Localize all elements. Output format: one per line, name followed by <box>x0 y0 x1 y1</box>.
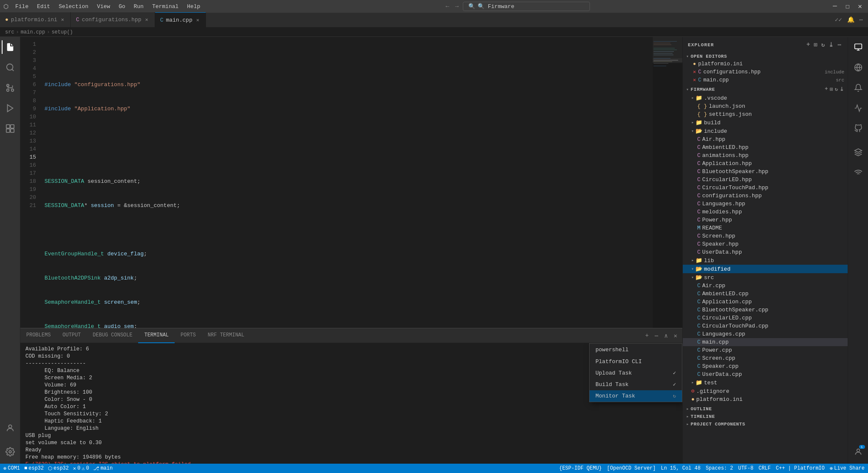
nav-back-button[interactable]: ← <box>444 2 451 11</box>
breadcrumb-src[interactable]: src <box>5 29 14 35</box>
panel-tab-ports[interactable]: PORTS <box>175 328 202 343</box>
tree-main-cpp[interactable]: C main.cpp <box>683 338 848 346</box>
panel-close-btn[interactable]: ✕ <box>672 331 679 340</box>
tree-platformio-ini[interactable]: ● platformio.ini <box>683 395 848 403</box>
new-folder-btn[interactable]: ⊞ <box>813 40 819 49</box>
right-icon-account-bottom[interactable]: 1 <box>850 443 867 460</box>
ctx-menu-build-task[interactable]: Build Task ✓ <box>590 379 682 390</box>
right-icon-debug-tools[interactable] <box>850 100 867 117</box>
tree-build-folder[interactable]: ▾ 📁 build <box>683 118 848 127</box>
firmware-collapse-btn[interactable]: ⤓ <box>840 86 844 92</box>
status-eol[interactable]: CRLF <box>759 465 771 471</box>
open-editors-header[interactable]: ▾ OPEN EDITORS <box>683 53 848 60</box>
menu-file[interactable]: File <box>12 3 32 11</box>
ctx-menu-monitor-task[interactable]: Monitor Task ↻ <box>590 390 682 402</box>
activity-files[interactable] <box>2 39 19 56</box>
firmware-new-file-btn[interactable]: + <box>825 86 828 92</box>
tree-circularled-cpp[interactable]: C CircularLED.cpp <box>683 314 848 322</box>
tree-src-folder[interactable]: ▾ 📂 src <box>683 273 848 282</box>
ctx-menu-upload-task[interactable]: Upload Task ✓ <box>590 367 682 379</box>
minimap[interactable] <box>653 37 682 328</box>
right-icon-wifi[interactable] <box>850 164 867 181</box>
close-icon-main[interactable]: ✕ <box>693 77 696 83</box>
menu-help[interactable]: Help <box>184 3 203 11</box>
tree-power-hpp[interactable]: C Power.hpp <box>683 216 848 224</box>
menu-view[interactable]: View <box>94 3 114 11</box>
status-language[interactable]: C++ | PlatformIO <box>776 465 825 471</box>
tab-platformio[interactable]: ● platformio.ini ✕ <box>0 12 71 27</box>
panel-collapse-btn[interactable]: ∧ <box>662 331 669 340</box>
sidebar-more-btn[interactable]: ⋯ <box>837 40 843 49</box>
open-editor-configurations[interactable]: ✕ C configurations.hpp include <box>683 68 848 76</box>
tree-animations-hpp[interactable]: C animations.hpp <box>683 151 848 160</box>
ctx-menu-powershell[interactable]: powershell ✓ <box>590 344 682 355</box>
tree-circularled-hpp[interactable]: C CircularLED.hpp <box>683 176 848 184</box>
menu-edit[interactable]: Edit <box>33 3 53 11</box>
status-idf[interactable]: {ESP-IDF QEMU} <box>559 465 602 471</box>
status-openocd[interactable]: [OpenOCD Server] <box>607 465 656 471</box>
refresh-btn[interactable]: ↻ <box>821 40 826 49</box>
tree-screen-cpp[interactable]: C Screen.cpp <box>683 354 848 362</box>
tab-close-main[interactable]: ✕ <box>195 17 200 24</box>
tree-speaker-cpp[interactable]: C Speaker.cpp <box>683 362 848 370</box>
status-esp32[interactable]: ⬡ esp32 <box>48 465 69 472</box>
tree-languages-hpp[interactable]: C Languages.hpp <box>683 200 848 208</box>
tree-speaker-hpp[interactable]: C Speaker.hpp <box>683 240 848 248</box>
tree-melodies-hpp[interactable]: C melodies.hpp <box>683 208 848 216</box>
right-icon-remote[interactable] <box>850 59 867 76</box>
tree-air-cpp[interactable]: C Air.cpp <box>683 282 848 290</box>
activity-settings[interactable] <box>2 443 19 460</box>
tree-lib-folder[interactable]: ▾ 📁 lib <box>683 256 848 265</box>
code-editor[interactable]: #include "configurations.hpp" #include "… <box>39 37 653 328</box>
status-errors[interactable]: ✕ 0 ⚠ 0 <box>73 465 89 472</box>
new-terminal-btn[interactable]: + <box>643 331 650 340</box>
tree-modified-folder[interactable]: ▾ 📂 modified <box>683 265 848 273</box>
status-cursor[interactable]: Ln 15, Col 48 <box>661 465 701 471</box>
more-btn[interactable]: ⋯ <box>858 15 865 24</box>
status-board[interactable]: ■ esp32 <box>24 465 44 471</box>
activity-extensions[interactable] <box>2 120 19 137</box>
tree-include-folder[interactable]: ▾ 📂 include <box>683 127 848 135</box>
nav-forward-button[interactable]: → <box>453 2 460 11</box>
tree-gitignore[interactable]: ⊖ .gitignore <box>683 387 848 395</box>
tree-circulartouch-cpp[interactable]: C CircularTouchPad.cpp <box>683 322 848 330</box>
tree-ambientled-cpp[interactable]: C AmbientLED.cpp <box>683 290 848 298</box>
project-components-header[interactable]: ▾ PROJECT COMPONENTS <box>683 420 848 428</box>
minimize-button[interactable]: ─ <box>830 3 840 10</box>
panel-tab-debug[interactable]: DEBUG CONSOLE <box>87 328 139 343</box>
panel-tab-output[interactable]: OUTPUT <box>57 328 87 343</box>
tree-screen-hpp[interactable]: C Screen.hpp <box>683 232 848 240</box>
notify-btn[interactable]: 🔔 <box>846 15 856 24</box>
tree-bluetooth-hpp[interactable]: C BluetoothSpeaker.hpp <box>683 168 848 176</box>
panel-tab-terminal[interactable]: TERMINAL <box>138 328 175 343</box>
tab-close-platformio[interactable]: ✕ <box>60 16 65 23</box>
panel-tab-nrf[interactable]: NRF TERMINAL <box>202 328 250 343</box>
tree-power-cpp[interactable]: C Power.cpp <box>683 346 848 354</box>
menu-selection[interactable]: Selection <box>55 3 92 11</box>
status-remote[interactable]: ⊕ COM1 <box>3 465 20 472</box>
tree-air-hpp[interactable]: C Air.hpp <box>683 135 848 143</box>
tree-vscode-folder[interactable]: ▾ 📁 .vscode <box>683 94 848 102</box>
right-icon-notifications[interactable] <box>850 79 867 96</box>
tree-readme[interactable]: M README <box>683 224 848 232</box>
search-bar[interactable]: 🔍 🔍 Firmware <box>463 2 590 11</box>
new-file-btn[interactable]: + <box>806 40 812 49</box>
firmware-header[interactable]: ▾ FIRMWARE + ⊞ ↻ ⤓ <box>683 85 848 94</box>
open-editor-main[interactable]: ✕ C main.cpp src <box>683 76 848 84</box>
breadcrumb-file[interactable]: main.cpp <box>21 29 45 35</box>
tree-userdata-hpp[interactable]: C UserData.hpp <box>683 248 848 256</box>
status-live-share[interactable]: ⊕ Live Share <box>830 465 865 472</box>
tree-userdata-cpp[interactable]: C UserData.cpp <box>683 370 848 378</box>
tab-main[interactable]: C main.cpp ✕ <box>155 12 206 27</box>
timeline-header[interactable]: ▾ TIMELINE <box>683 413 848 420</box>
tab-close-configurations[interactable]: ✕ <box>144 16 150 23</box>
tree-configurations-hpp[interactable]: C configurations.hpp <box>683 192 848 200</box>
menu-go[interactable]: Go <box>115 3 129 11</box>
close-icon-configurations[interactable]: ✕ <box>693 69 696 75</box>
tree-application-hpp[interactable]: C Application.hpp <box>683 160 848 168</box>
tree-ambientled-hpp[interactable]: C AmbientLED.hpp <box>683 143 848 151</box>
right-icon-explorer[interactable] <box>850 39 867 56</box>
status-encoding[interactable]: UTF-8 <box>738 465 754 471</box>
run-code-btn[interactable]: ✓✓ <box>833 15 844 24</box>
panel-tab-problems[interactable]: PROBLEMS <box>20 328 57 343</box>
